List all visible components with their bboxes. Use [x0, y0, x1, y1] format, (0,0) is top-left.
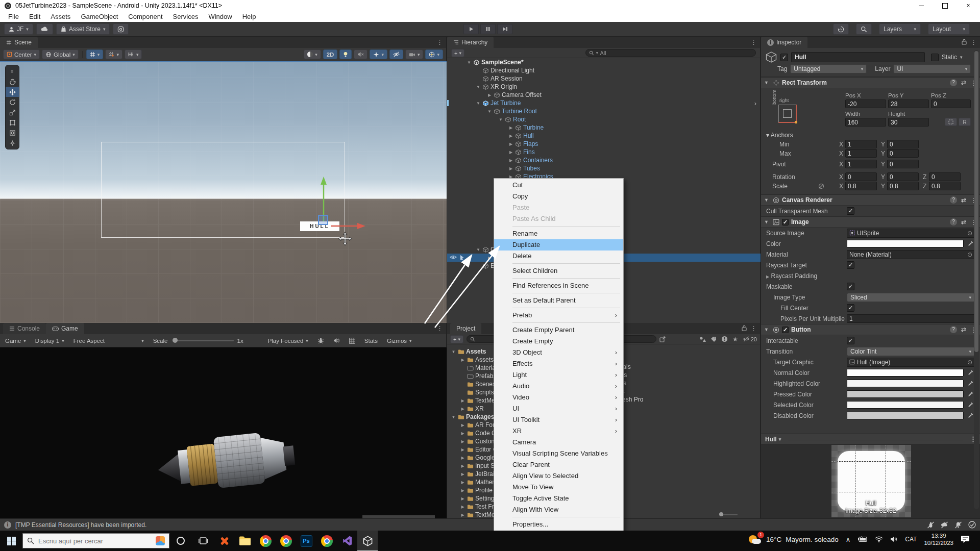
context-menu-item[interactable]: [494, 224, 623, 228]
taskbar-app-unity[interactable]: [357, 531, 378, 551]
context-menu-item[interactable]: 3D Object ›: [494, 347, 623, 358]
canvas-renderer-header[interactable]: ▼ Canvas Renderer ?⇄⋮: [761, 194, 980, 206]
rect-tool[interactable]: [6, 117, 19, 128]
link-broken-icon[interactable]: [818, 183, 824, 189]
hierarchy-row[interactable]: ▶ Fins: [447, 148, 760, 156]
pivot-y-field[interactable]: 0: [887, 160, 919, 168]
menubar-item[interactable]: Assets: [45, 11, 76, 22]
expand-arrow[interactable]: ▶: [507, 166, 514, 171]
context-menu-item[interactable]: Toggle Active State: [494, 493, 623, 504]
context-menu-item[interactable]: Set as Default Parent: [494, 295, 623, 306]
snap-move-toggle[interactable]: ▾: [125, 49, 142, 59]
scene-more-icon[interactable]: ⋮: [436, 38, 443, 46]
hierarchy-row[interactable]: ▶ Flaps: [447, 140, 760, 148]
maximize-button[interactable]: [933, 0, 957, 11]
expand-arrow[interactable]: ▶: [459, 447, 466, 452]
menubar-item[interactable]: Services: [168, 11, 204, 22]
tab-scene[interactable]: Scene: [0, 37, 38, 48]
notifications-disabled-icon[interactable]: [954, 521, 962, 529]
blueprint-mode-button[interactable]: [945, 118, 957, 126]
context-menu-item[interactable]: Find References in Scene: [494, 280, 623, 291]
open-in-new-icon[interactable]: [659, 336, 666, 342]
hierarchy-row[interactable]: ▶ Turbine: [447, 123, 760, 132]
filter-by-label-icon[interactable]: [710, 336, 717, 342]
expand-arrow[interactable]: ▶: [459, 488, 466, 493]
anchor-max-x-field[interactable]: 1: [845, 149, 877, 158]
start-button[interactable]: [0, 531, 22, 551]
stats-button[interactable]: Stats: [361, 336, 381, 346]
cloud-button[interactable]: [36, 23, 53, 35]
hierarchy-row[interactable]: ▶ Containers: [447, 156, 760, 164]
color-swatch[interactable]: [847, 369, 964, 377]
tool-handle-pivot-dropdown[interactable]: Center▾: [3, 49, 40, 59]
hierarchy-row[interactable]: AR Session: [447, 74, 760, 83]
inspector-scrollbar[interactable]: [974, 50, 979, 509]
rotation-y-field[interactable]: 0: [887, 172, 919, 181]
game-viewport[interactable]: HULL: [0, 347, 447, 518]
gizmos-sphere-dropdown[interactable]: ▾: [425, 49, 443, 59]
vsync-grid-button[interactable]: [346, 336, 358, 346]
help-icon[interactable]: ?: [950, 79, 957, 86]
volume-icon[interactable]: [890, 536, 898, 542]
expand-arrow[interactable]: ▶: [459, 358, 466, 362]
display-dropdown[interactable]: Display 1▾: [32, 336, 67, 346]
expand-arrow[interactable]: ▼: [465, 60, 473, 65]
posx-field[interactable]: -20: [845, 99, 886, 108]
context-menu-item[interactable]: Delete: [494, 251, 623, 262]
fill-center-checkbox[interactable]: ✓: [847, 304, 854, 312]
anchor-min-x-field[interactable]: 1: [845, 140, 877, 148]
2d-mode-toggle[interactable]: 2D: [323, 49, 338, 59]
scene-camera-dropdown[interactable]: ▾: [405, 49, 424, 59]
expand-arrow[interactable]: ▶: [459, 407, 466, 411]
gameobject-cube-icon[interactable]: [765, 51, 777, 63]
context-menu-item[interactable]: Light ›: [494, 369, 623, 381]
expand-arrow[interactable]: ▶: [459, 439, 466, 444]
expand-arrow[interactable]: ▶: [459, 398, 466, 403]
hierarchy-row[interactable]: ▶ Camera Offset: [447, 91, 760, 99]
static-dropdown-icon[interactable]: ▾: [960, 55, 963, 60]
scene-viewport[interactable]: HULL ≡: [0, 61, 447, 323]
expand-arrow[interactable]: ▼: [475, 85, 482, 89]
expand-arrow[interactable]: ▶: [459, 464, 466, 468]
context-menu-item[interactable]: [494, 306, 623, 310]
notification-center-icon[interactable]: [961, 535, 970, 543]
move-tool[interactable]: [6, 87, 19, 97]
object-picker-icon[interactable]: ⊙: [967, 230, 972, 237]
hierarchy-create-button[interactable]: + ▾: [451, 49, 464, 57]
expand-arrow[interactable]: ▶: [459, 496, 466, 501]
expand-arrow[interactable]: ▶: [459, 456, 466, 460]
project-create-button[interactable]: + ▾: [450, 335, 463, 343]
anchor-min-y-field[interactable]: 0: [887, 140, 919, 148]
search-button[interactable]: [856, 23, 872, 35]
play-focused-dropdown[interactable]: Play Focused▾: [265, 336, 311, 346]
hierarchy-row[interactable]: ▼ Root: [447, 115, 760, 123]
status-ok-icon[interactable]: [968, 521, 976, 529]
anchor-preset-widget[interactable]: right bottom: [775, 97, 811, 123]
taskbar-app-orange[interactable]: [214, 531, 235, 551]
help-icon[interactable]: ?: [950, 326, 957, 333]
scene-effects-dropdown[interactable]: ▾: [370, 49, 387, 59]
expand-arrow[interactable]: ▶: [507, 126, 514, 130]
close-button[interactable]: ×: [957, 0, 980, 11]
material-field[interactable]: None (Material)⊙: [847, 250, 975, 259]
expand-arrow[interactable]: ▶: [507, 150, 514, 155]
image-header[interactable]: ▼ ✓ Image ?⇄⋮: [761, 216, 980, 228]
expand-arrow[interactable]: ▶: [459, 513, 466, 517]
rotation-z-field[interactable]: 0: [929, 172, 961, 181]
taskbar-app-file-explorer[interactable]: [235, 531, 255, 551]
hierarchy-row[interactable]: ▶ Hull: [447, 132, 760, 140]
prefab-open-chevron[interactable]: ›: [754, 99, 756, 107]
aspect-dropdown[interactable]: Free Aspect▾: [70, 336, 147, 346]
debug-button[interactable]: [314, 336, 327, 346]
cull-transparent-mesh-checkbox[interactable]: ✓: [847, 207, 854, 215]
target-graphic-field[interactable]: Hull (Image)⊙: [847, 358, 975, 367]
taskbar-app-chrome-3[interactable]: [316, 531, 337, 551]
ppu-field[interactable]: 1: [847, 314, 975, 323]
button-header[interactable]: ▼ ✓ Button ?⇄⋮: [761, 324, 980, 335]
raycast-target-checkbox[interactable]: ✓: [847, 261, 854, 269]
collab-disabled-icon[interactable]: [941, 521, 948, 529]
scale-y-field[interactable]: 0.8: [887, 182, 919, 190]
language-indicator[interactable]: CAT: [905, 536, 917, 543]
expand-arrow[interactable]: ▶: [459, 423, 466, 428]
taskbar-search[interactable]: [22, 533, 169, 548]
